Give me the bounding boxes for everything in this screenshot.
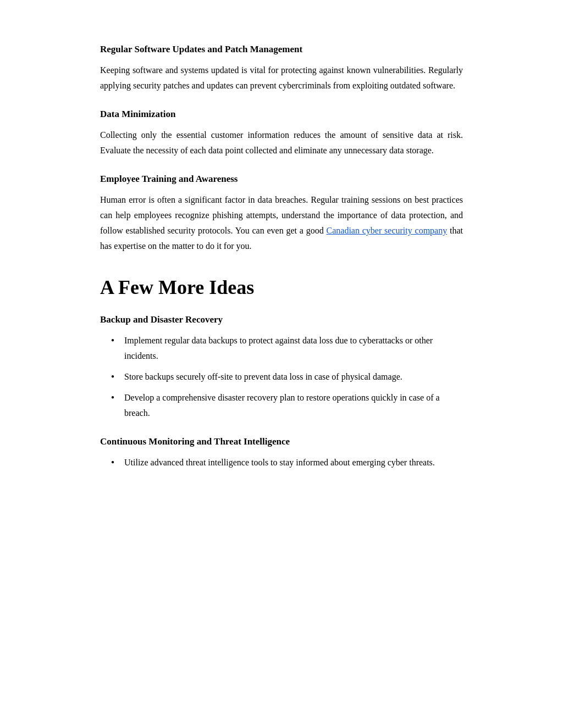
heading-software-updates: Regular Software Updates and Patch Manag… [100,44,463,55]
list-item: Store backups securely off-site to preve… [111,369,463,385]
section-monitoring: Continuous Monitoring and Threat Intelli… [100,436,463,470]
body-employee-training: Human error is often a significant facto… [100,192,463,254]
monitoring-bullet-list: Utilize advanced threat intelligence too… [111,455,463,470]
canadian-cyber-security-link[interactable]: Canadian cyber security company [327,226,448,235]
body-data-minimization: Collecting only the essential customer i… [100,127,463,158]
heading-monitoring: Continuous Monitoring and Threat Intelli… [100,436,463,447]
heading-backup: Backup and Disaster Recovery [100,314,463,325]
page-container: Regular Software Updates and Patch Manag… [67,0,496,530]
list-item: Implement regular data backups to protec… [111,333,463,364]
body-software-updates: Keeping software and systems updated is … [100,63,463,93]
section-data-minimization: Data Minimization Collecting only the es… [100,109,463,158]
list-item: Develop a comprehensive disaster recover… [111,390,463,421]
big-heading: A Few More Ideas [100,276,463,299]
backup-bullet-list: Implement regular data backups to protec… [111,333,463,421]
heading-data-minimization: Data Minimization [100,109,463,120]
list-item: Utilize advanced threat intelligence too… [111,455,463,470]
section-backup: Backup and Disaster Recovery Implement r… [100,314,463,421]
heading-employee-training: Employee Training and Awareness [100,174,463,185]
section-software-updates: Regular Software Updates and Patch Manag… [100,44,463,93]
section-employee-training: Employee Training and Awareness Human er… [100,174,463,254]
